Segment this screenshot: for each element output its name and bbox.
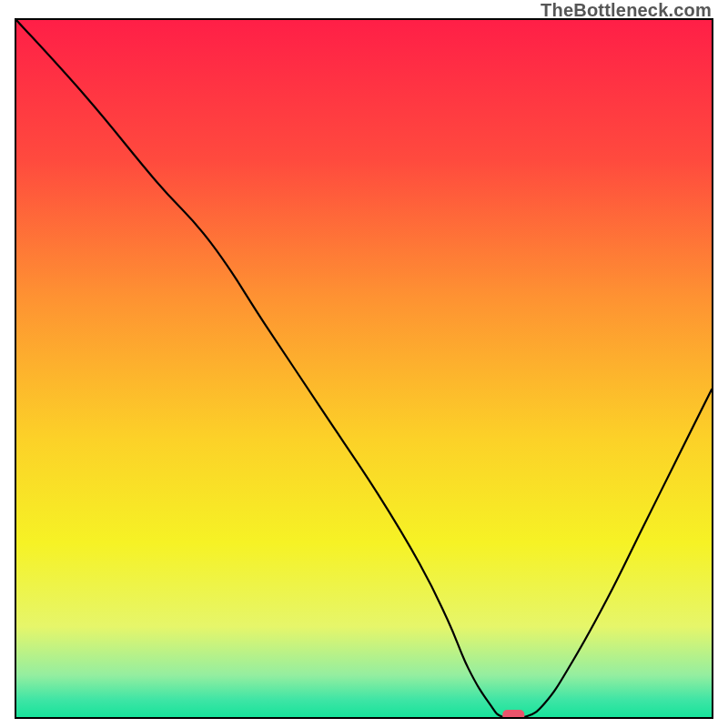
bottleneck-chart xyxy=(16,20,712,717)
chart-background xyxy=(16,20,712,717)
chart-frame xyxy=(15,18,713,719)
optimal-marker xyxy=(502,710,524,717)
